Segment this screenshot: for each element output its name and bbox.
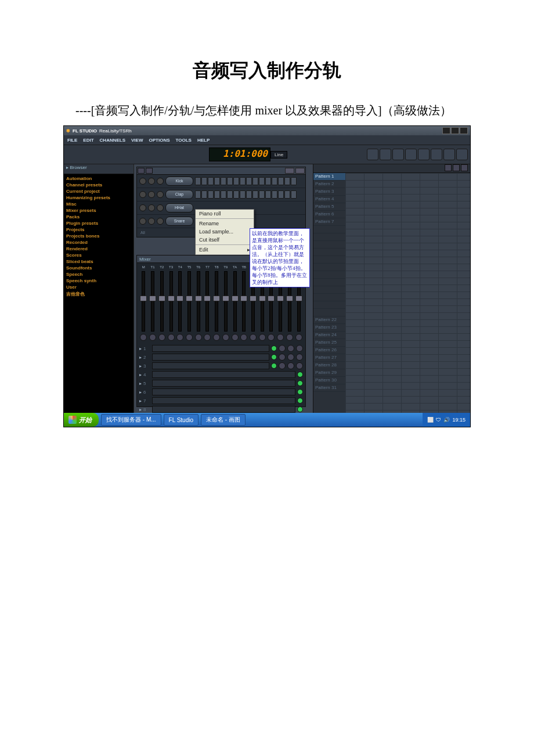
browser-item[interactable]: Rendered [66, 246, 131, 252]
pattern-item[interactable]: Pattern 3 [313, 188, 345, 196]
ctx-piano-roll[interactable]: Piano roll [196, 210, 254, 218]
fx-slot-row[interactable]: ▸6 [139, 388, 303, 396]
fx-slot-row[interactable]: ▸8 [139, 405, 303, 413]
tutorial-annotation: 以前在我的教学里面，是直接用鼠标一个一个点音，这个是个简易方法。（从上往下）就是… [250, 228, 310, 287]
browser-item[interactable]: Projects [66, 226, 131, 233]
menu-help[interactable]: HELP [197, 138, 210, 143]
task-item[interactable]: FL Studio [164, 414, 199, 426]
browser-item[interactable]: Channel presets [66, 182, 131, 188]
tray-icon[interactable]: ⬜ [427, 417, 434, 423]
pattern-item[interactable]: Pattern 22 [313, 316, 345, 324]
browser-item[interactable]: Mixer presets [66, 207, 131, 214]
start-button[interactable]: 开始 [64, 413, 99, 427]
channel-row[interactable]: Kick [137, 175, 305, 188]
pattern-item[interactable]: Pattern 24 [313, 332, 345, 339]
menu-tools[interactable]: TOOLS [176, 138, 192, 143]
playlist-header [313, 164, 470, 173]
channel-led-icon[interactable] [139, 178, 146, 185]
pattern-item[interactable]: Pattern 4 [313, 196, 345, 203]
pattern-item[interactable]: Pattern 5 [313, 203, 345, 211]
mixer-fader[interactable]: TB [240, 265, 248, 341]
pattern-item[interactable]: Pattern 25 [313, 339, 345, 347]
browser-item[interactable]: Misc [66, 201, 131, 207]
mixer-fader[interactable]: T5 [185, 265, 194, 341]
browser-item[interactable]: Speech synth [66, 278, 131, 284]
mixer-fader[interactable]: M [139, 265, 148, 341]
app-titlebar: ✱ FL STUDIO ReaLisity/TSRh [64, 126, 470, 135]
pattern-list[interactable]: Pattern 1Pattern 2Pattern 3Pattern 4Patt… [313, 173, 345, 416]
pattern-item[interactable]: Pattern 30 [313, 377, 345, 384]
pattern-item[interactable]: Pattern 27 [313, 354, 345, 362]
ctx-load-sample[interactable]: Load sample... [196, 228, 254, 236]
pattern-item[interactable]: Pattern 1 [313, 173, 345, 181]
browser-item[interactable]: User [66, 284, 131, 290]
clock: 19:15 [452, 417, 466, 423]
menu-view[interactable]: VIEW [131, 138, 143, 143]
mixer-fader[interactable]: T1 [149, 265, 157, 341]
vol-knob-icon[interactable] [157, 178, 164, 185]
menu-bar: FILE EDIT CHANNELS VIEW OPTIONS TOOLS HE… [64, 135, 470, 145]
browser-item-cn[interactable]: 吉他音色 [66, 290, 131, 298]
transport-toolbar: 1:01:000 Line [64, 145, 470, 164]
window-buttons[interactable] [442, 127, 468, 134]
pattern-item[interactable]: Pattern 7 [313, 218, 345, 226]
menu-options[interactable]: OPTIONS [149, 138, 169, 143]
browser-item[interactable]: Sliced beats [66, 258, 131, 265]
mixer-fader[interactable]: T2 [157, 265, 166, 341]
ctx-rename[interactable]: Rename [196, 219, 254, 228]
pattern-item[interactable]: Pattern 6 [313, 211, 345, 218]
browser-item[interactable]: Scores [66, 252, 131, 258]
mixer-fader[interactable]: T8 [212, 265, 221, 341]
mixer-fader[interactable]: T6 [194, 265, 203, 341]
task-item[interactable]: 未命名 - 画图 [201, 414, 246, 426]
menu-edit[interactable]: EDIT [83, 138, 93, 143]
mixer-fader[interactable]: T4 [176, 265, 185, 341]
pattern-item[interactable]: Pattern 23 [313, 324, 345, 332]
mixer-fader[interactable]: T7 [203, 265, 212, 341]
project-name: ReaLisity/TSRh [99, 128, 132, 134]
browser-item[interactable]: Current project [66, 188, 131, 195]
pattern-item[interactable]: Pattern 31 [313, 384, 345, 392]
shortcut-buttons[interactable] [367, 149, 470, 160]
ctx-cut-itself[interactable]: Cut itself [196, 236, 254, 244]
snap-select[interactable]: Line [270, 151, 287, 159]
fx-slot-row[interactable]: ▸7 [139, 397, 303, 405]
channel-name-button[interactable]: Clap [165, 190, 193, 199]
browser-item[interactable]: Soundfonts [66, 265, 131, 271]
fx-slot-row[interactable]: ▸5 [139, 379, 303, 387]
channel-name-button[interactable]: Kick [165, 177, 193, 186]
ctx-edit[interactable]: Edit [196, 246, 254, 254]
system-tray[interactable]: ⬜ 🛡 🔊 19:15 [423, 413, 470, 427]
browser-item[interactable]: Recorded [66, 239, 131, 246]
browser-item[interactable]: Packs [66, 214, 131, 220]
browser-item[interactable]: Speech [66, 271, 131, 278]
task-item[interactable]: 找不到服务器 - M... [101, 414, 161, 426]
fx-slot-row[interactable]: ▸2 [139, 353, 303, 361]
browser-item[interactable]: Projects bones [66, 233, 131, 239]
pattern-item[interactable]: Pattern 29 [313, 369, 345, 377]
pattern-item[interactable]: Pattern 26 [313, 347, 345, 354]
menu-file[interactable]: FILE [67, 138, 77, 143]
browser-item[interactable]: Humanizing presets [66, 195, 131, 201]
channel-name-button[interactable]: HHat [165, 203, 193, 213]
tray-icon[interactable]: 🛡 [436, 417, 441, 423]
mixer-fader[interactable]: TA [230, 265, 239, 341]
browser-item[interactable]: Plugin presets [66, 220, 131, 226]
fx-slot-row[interactable]: ▸4 [139, 370, 303, 379]
channel-row[interactable]: Clap [137, 188, 305, 201]
mixer-fader[interactable]: T9 [221, 265, 230, 341]
fx-slot-row[interactable]: ▸1 [139, 344, 303, 352]
windows-taskbar: 开始 找不到服务器 - M... FL Studio 未命名 - 画图 ⬜ 🛡 … [64, 413, 470, 427]
pattern-item[interactable]: Pattern 28 [313, 362, 345, 369]
mixer-fader[interactable]: T3 [167, 265, 175, 341]
fx-slot-row[interactable]: ▸3 [139, 362, 303, 370]
tray-icon[interactable]: 🔊 [443, 417, 450, 423]
pan-knob-icon[interactable] [148, 178, 155, 185]
browser-panel: ▸ Browser Automation Channel presets Cur… [64, 164, 134, 427]
browser-tree[interactable]: Automation Channel presets Current proje… [64, 174, 134, 299]
playlist-grid[interactable] [345, 173, 470, 416]
channel-name-button[interactable]: Snare [165, 217, 193, 226]
menu-channels[interactable]: CHANNELS [100, 138, 125, 143]
pattern-item[interactable]: Pattern 2 [313, 181, 345, 188]
browser-item[interactable]: Automation [66, 175, 131, 182]
